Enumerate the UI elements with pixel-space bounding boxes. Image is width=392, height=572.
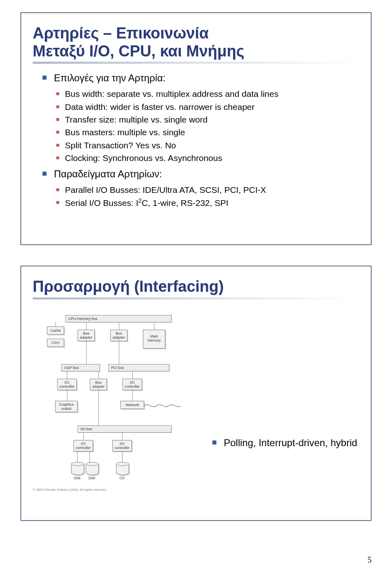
network-wavy-icon (144, 402, 181, 409)
bullet-text: Data width: wider is faster vs. narrower… (65, 101, 359, 113)
bullet-text: Bus masters: multiple vs. single (65, 126, 359, 139)
superscript: 2 (138, 197, 142, 204)
slide-title: Αρτηρίες – Επικοινωνία Μεταξύ I/O, CPU, … (33, 25, 359, 60)
bullet-text: Παραδείγματα Αρτηρίων: (54, 167, 359, 181)
box-bus-adapter-3: Bus adapter (90, 379, 107, 391)
bullet-list-level1: Επιλογές για την Αρτηρία: (42, 71, 359, 85)
disk-icon (71, 462, 84, 475)
connector (122, 432, 122, 440)
slide-title: Προσαρμογή (Interfacing) (33, 278, 359, 296)
square-bullet-icon (42, 172, 47, 176)
slide-1: Αρτηρίες – Επικοινωνία Μεταξύ I/O, CPU, … (20, 12, 372, 245)
bus-cpu-memory: CPU-memory bus (65, 315, 172, 322)
connector (132, 371, 133, 379)
disk-icon (86, 462, 99, 475)
cd-label: CD (114, 476, 130, 480)
connector (83, 432, 84, 440)
box-main-memory: Main memory (143, 330, 165, 349)
box-io-controller-2: I/O controller (122, 379, 142, 391)
square-bullet-icon (56, 144, 59, 147)
box-cache: Cache (47, 326, 64, 335)
disk-label: Disk (84, 476, 100, 480)
bullet-text: Serial I/O Busses: I2C, 1-wire, RS-232, … (65, 197, 359, 209)
disk-label: Disk (69, 476, 85, 480)
list-item: Parallel I/O Busses: IDE/Ultra ATA, SCSI… (56, 184, 359, 196)
bullet-list-level2: Parallel I/O Busses: IDE/Ultra ATA, SCSI… (56, 184, 359, 210)
bullet-text: Transfer size: multiple vs. single word (65, 114, 359, 126)
connector (86, 340, 87, 364)
bullet-list-level1: Polling, Interrupt-driven, hybrid (212, 436, 359, 450)
square-bullet-icon (56, 105, 59, 108)
bullet-text: Επιλογές για την Αρτηρία: (54, 71, 359, 85)
title-underline (33, 297, 359, 299)
bullet-text: Bus width: separate vs. multiplex addres… (65, 88, 359, 100)
cd-icon (116, 462, 129, 475)
bullet-text: Clocking: Synchronous vs. Asynchronous (65, 152, 359, 164)
box-graphics-output: Graphics output (55, 401, 78, 413)
list-item: Bus masters: multiple vs. single (56, 126, 359, 139)
bullet-text: Polling, Interrupt-driven, hybrid (224, 436, 359, 450)
connector (122, 451, 122, 462)
square-bullet-icon (56, 156, 59, 159)
title-line-2: Μεταξύ I/O, CPU, και Μνήμης (33, 42, 244, 60)
connector (98, 371, 99, 379)
list-item: Data width: wider is faster vs. narrower… (56, 101, 359, 113)
square-bullet-icon (56, 201, 59, 204)
square-bullet-icon (56, 188, 59, 191)
text-part: Serial I/O Busses: I (65, 198, 138, 208)
page-number: 5 (368, 555, 372, 565)
list-item: Split Transaction? Yes vs. No (56, 139, 359, 152)
connector (67, 371, 67, 379)
title-underline (33, 62, 359, 64)
connector (154, 322, 154, 330)
list-item: Serial I/O Busses: I2C, 1-wire, RS-232, … (56, 197, 359, 209)
box-bus-adapter-2: Bus adapter (110, 330, 127, 342)
connector (67, 389, 67, 401)
right-column: Polling, Interrupt-driven, hybrid (212, 311, 359, 491)
connector (56, 322, 56, 326)
square-bullet-icon (212, 440, 216, 445)
architecture-diagram: CPU-memory bus Cache CPU Bus adapter Bus… (33, 311, 200, 491)
text-part: C, 1-wire, RS-232, SPI (142, 198, 228, 208)
connector (86, 322, 87, 330)
list-item: Bus width: separate vs. multiplex addres… (56, 88, 359, 100)
bullet-list-level1: Παραδείγματα Αρτηρίων: (42, 167, 359, 181)
slide-2: Προσαρμογή (Interfacing) CPU-memory bus … (20, 266, 372, 521)
bullet-list-level2: Bus width: separate vs. multiplex addres… (56, 88, 359, 165)
box-io-controller-3: I/O controller (74, 440, 93, 452)
bus-agp: AGP bus (61, 364, 100, 371)
list-item: Παραδείγματα Αρτηρίων: (42, 167, 359, 181)
connector (77, 451, 78, 462)
bus-io: I/O bus (78, 425, 172, 433)
list-item: Transfer size: multiple vs. single word (56, 114, 359, 126)
connector (132, 389, 133, 401)
box-io-controller-1: I/O controller (57, 379, 77, 391)
list-item: Polling, Interrupt-driven, hybrid (212, 436, 359, 450)
bullet-text: Split Transaction? Yes vs. No (65, 139, 359, 152)
connector (89, 451, 90, 462)
list-item: Επιλογές για την Αρτηρία: (42, 71, 359, 85)
list-item: Clocking: Synchronous vs. Asynchronous (56, 152, 359, 164)
bullet-text: Parallel I/O Busses: IDE/Ultra ATA, SCSI… (65, 184, 359, 196)
box-network: Network (120, 401, 144, 409)
box-cpu: CPU (47, 339, 64, 347)
connector (98, 389, 99, 425)
title-line-1: Αρτηρίες – Επικοινωνία (33, 25, 209, 42)
square-bullet-icon (56, 118, 59, 121)
square-bullet-icon (56, 131, 59, 134)
box-bus-adapter-1: Bus adapter (78, 330, 95, 342)
square-bullet-icon (56, 92, 59, 95)
square-bullet-icon (42, 76, 47, 80)
connector (119, 322, 119, 330)
copyright-text: © 2003 Elsevier Science (USA). All right… (33, 488, 107, 492)
bus-pci: PCI bus (108, 364, 169, 371)
box-io-controller-4: I/O controller (112, 440, 132, 452)
connector (119, 340, 119, 364)
